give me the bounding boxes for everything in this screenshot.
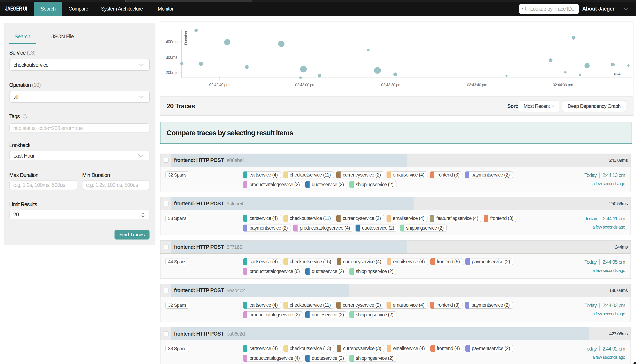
svg-text:200ms: 200ms — [166, 70, 178, 75]
svg-text:02:43:20 pm: 02:43:20 pm — [381, 82, 401, 87]
svg-text:02:43:40 pm: 02:43:40 pm — [467, 82, 487, 87]
svg-text:?: ? — [24, 115, 26, 118]
svg-text:02:44:00 pm: 02:44:00 pm — [553, 82, 573, 87]
svg-text:400ms: 400ms — [166, 40, 178, 44]
svg-text:02:43:00 pm: 02:43:00 pm — [295, 82, 315, 87]
svg-text:02:42:40 pm: 02:42:40 pm — [209, 82, 229, 87]
svg-text:Time: Time — [613, 72, 620, 76]
svg-text:Duration: Duration — [184, 31, 188, 45]
svg-text:300ms: 300ms — [166, 55, 178, 60]
